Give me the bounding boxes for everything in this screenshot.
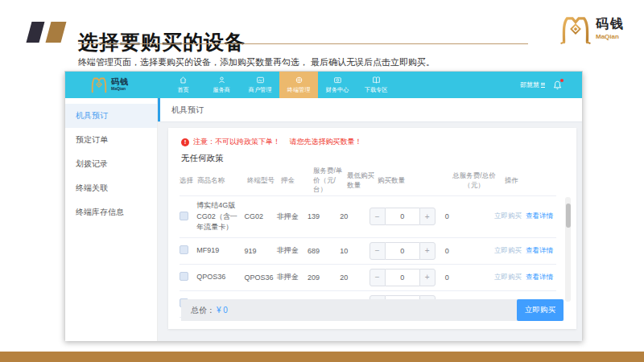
sidebar-item-label: 终端关联	[76, 183, 108, 192]
unit-price: 139	[308, 212, 340, 220]
deposit-type: 非押金	[277, 212, 308, 222]
buy-now-button[interactable]: 立即购买	[517, 299, 564, 321]
buy-now-link[interactable]: 立即购买	[494, 246, 522, 256]
nav-item[interactable]: 服务商	[202, 72, 241, 98]
page-bottom-bar	[0, 352, 644, 362]
table-header-row: 选择 商品名称 终端型号 押金 服务费/单价（元/台） 最低购买数量 购买数	[180, 166, 556, 196]
table-scrollbar[interactable]	[565, 197, 571, 302]
total-price-value: ¥ 0	[217, 306, 228, 315]
row-checkbox[interactable]	[180, 272, 188, 281]
total-price: 0	[439, 274, 494, 282]
table-row: QPOS36 QPOS36 非押金 209 20 − 0 +	[180, 265, 556, 291]
increase-quantity-button[interactable]: +	[419, 208, 436, 225]
total-price: 0	[439, 212, 494, 220]
nav-item[interactable]: 终端管理	[279, 72, 318, 98]
view-details-link[interactable]: 查看详情	[526, 273, 553, 282]
warning-text: 注意：不可以跨政策下单！ 请您先选择购买数量！	[193, 137, 362, 147]
nav-item[interactable]: 首页	[163, 72, 202, 98]
terminal-model: CG02	[245, 212, 277, 220]
quantity-stepper: − 0 +	[369, 269, 436, 286]
brand-name-en: MaQian	[111, 87, 129, 91]
quantity-stepper: − 0 +	[369, 208, 436, 225]
quantity-input[interactable]: 0	[386, 242, 419, 260]
tab-machine-booking[interactable]: 机具预订	[171, 105, 204, 116]
policy-status-text: 无任何政策	[181, 153, 224, 164]
view-details-link[interactable]: 查看详情	[526, 246, 553, 256]
exclamation-icon: !	[181, 138, 189, 146]
user-name-text: 邵慧慧	[520, 80, 539, 89]
deposit-type: 非押金	[277, 245, 308, 256]
row-checkbox[interactable]	[180, 212, 188, 220]
quantity-input[interactable]: 0	[386, 208, 419, 225]
increase-quantity-button[interactable]: +	[419, 242, 436, 260]
app-navbar: 码钱 MaQian 首页 服务商 商户管理	[65, 72, 582, 98]
deposit-type: 非押金	[277, 272, 308, 282]
app-logo[interactable]: 码钱 MaQian	[89, 74, 129, 95]
terminal-model: 919	[245, 247, 277, 255]
min-quantity: 10	[340, 247, 369, 255]
sidebar-item[interactable]: 预定订单	[65, 128, 157, 152]
app-window: 码钱 MaQian 首页 服务商 商户管理	[64, 71, 583, 340]
unit-price: 209	[308, 274, 340, 282]
sidebar: 机具预订 预定订单 划拨记录 终端关联 终端库存信息	[65, 98, 158, 341]
tab-active-indicator	[158, 98, 160, 121]
product-name: QPOS36	[196, 272, 244, 283]
column-header: 最低购买数量	[347, 171, 378, 190]
tab-bar: 机具预订	[158, 98, 582, 122]
view-details-link[interactable]: 查看详情	[526, 212, 553, 221]
column-header: 商品名称	[197, 176, 247, 185]
page-title: 选择要购买的设备	[78, 29, 246, 56]
column-header: 服务费/单价（元/台）	[313, 167, 347, 194]
download-icon	[372, 76, 381, 84]
product-name: MF919	[196, 245, 244, 257]
quantity-stepper: − 0 +	[369, 242, 436, 260]
sidebar-item-label: 机具预订	[76, 111, 108, 120]
nav-item-label: 下载专区	[365, 86, 388, 94]
device-table: 选择 商品名称 终端型号 押金 服务费/单价（元/台） 最低购买数量 购买数	[180, 166, 556, 318]
sidebar-item-label: 预定订单	[76, 135, 108, 144]
sidebar-item[interactable]: 终端库存信息	[65, 200, 157, 224]
finance-icon	[333, 76, 342, 84]
nav-menu: 首页 服务商 商户管理 终端管理	[163, 72, 395, 98]
column-header: 操作	[505, 176, 556, 185]
nav-item[interactable]: 商户管理	[241, 72, 279, 98]
column-header: 总服务费/总价（元）	[447, 171, 505, 190]
column-header: 终端型号	[247, 176, 281, 185]
decrease-quantity-button[interactable]: −	[369, 208, 386, 225]
nav-item-label: 财务中心	[326, 86, 349, 94]
terminal-model: QPOS36	[245, 274, 277, 282]
navbar-user-area: 邵慧慧	[520, 72, 563, 98]
buy-now-link[interactable]: 立即购买	[494, 212, 522, 221]
nav-item[interactable]: 财务中心	[318, 72, 357, 98]
sidebar-item[interactable]: 机具预订	[65, 104, 157, 128]
maqian-logo-icon	[559, 11, 592, 47]
nav-item-label: 终端管理	[287, 86, 311, 94]
increase-quantity-button[interactable]: +	[419, 269, 436, 286]
table-row: MF919 919 非押金 689 10 − 0 +	[180, 238, 556, 265]
row-checkbox[interactable]	[180, 245, 188, 254]
nav-item-label: 服务商	[213, 86, 229, 94]
scrollbar-thumb[interactable]	[566, 204, 571, 228]
notification-bell-icon[interactable]	[552, 80, 563, 91]
nav-item-label: 商户管理	[249, 86, 272, 94]
user-name[interactable]: 邵慧慧	[520, 80, 545, 89]
sidebar-item[interactable]: 终端关联	[65, 176, 157, 200]
column-header: 选择	[180, 176, 197, 185]
terminal-icon	[295, 76, 303, 84]
nav-item[interactable]: 下载专区	[357, 72, 395, 98]
sidebar-item-label: 划拨记录	[76, 159, 108, 168]
quantity-input[interactable]: 0	[386, 269, 419, 286]
app-body: 机具预订 预定订单 划拨记录 终端关联 终端库存信息	[65, 98, 582, 341]
maqian-logo-icon	[89, 74, 109, 95]
warning-notice: ! 注意：不可以跨政策下单！ 请您先选择购买数量！	[181, 137, 362, 147]
buy-now-link[interactable]: 立即购买	[494, 273, 522, 282]
sidebar-item[interactable]: 划拨记录	[65, 152, 157, 176]
total-price-label: 总价：	[191, 305, 215, 316]
header-divider	[78, 43, 528, 44]
decrease-quantity-button[interactable]: −	[369, 269, 386, 286]
home-icon	[179, 76, 188, 84]
brand-name-cn: 码钱	[111, 78, 129, 86]
decrease-quantity-button[interactable]: −	[369, 242, 386, 260]
min-quantity: 20	[340, 212, 369, 220]
booking-card: ! 注意：不可以跨政策下单！ 请您先选择购买数量！ 无任何政策 选择 商品名称 …	[168, 128, 576, 329]
